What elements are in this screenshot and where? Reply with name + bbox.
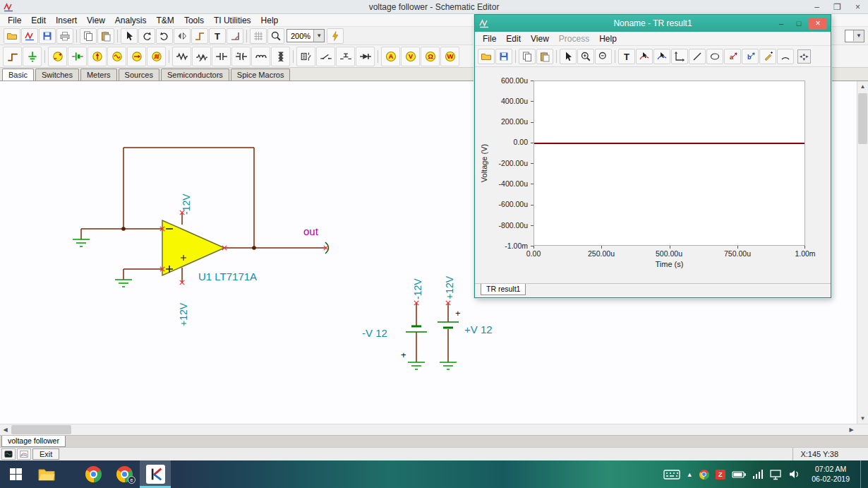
vertical-scroll-thumb[interactable] xyxy=(858,93,867,144)
spin-left-icon[interactable]: ◂ xyxy=(800,54,802,59)
mirror-icon[interactable] xyxy=(174,28,191,44)
horizontal-scroll-thumb[interactable] xyxy=(11,425,71,434)
exit-button[interactable]: Exit xyxy=(32,448,59,460)
menu-ti-utilities[interactable]: TI Utilities xyxy=(209,15,256,26)
volume-icon[interactable] xyxy=(788,469,801,480)
tab-switches[interactable]: Switches xyxy=(35,69,79,81)
voltage-source-icon[interactable] xyxy=(48,47,67,66)
menu-edit[interactable]: Edit xyxy=(501,33,526,44)
label-neg-rail[interactable]: -12V xyxy=(181,194,192,215)
close-icon[interactable]: × xyxy=(848,0,868,13)
scroll-down-icon[interactable]: ▼ xyxy=(857,413,868,424)
menu-insert[interactable]: Insert xyxy=(51,15,82,26)
label-vneg-name[interactable]: -V 12 xyxy=(362,327,387,339)
relay-icon[interactable] xyxy=(296,47,315,66)
current-generator-icon[interactable] xyxy=(127,47,146,66)
keyboard-icon[interactable] xyxy=(663,468,680,480)
chrome-button[interactable] xyxy=(78,460,109,488)
marker-b-icon[interactable]: b xyxy=(742,49,759,64)
horizontal-scrollbar[interactable]: ◀ ▶ xyxy=(0,424,868,435)
potentiometer-icon[interactable] xyxy=(192,47,211,66)
tab-semiconductors[interactable]: Semiconductors xyxy=(161,69,229,81)
label-vpos-rail[interactable]: +12V xyxy=(444,275,455,299)
signal-source-icon[interactable] xyxy=(147,47,166,66)
ammeter-icon[interactable]: A xyxy=(381,47,400,66)
battery-icon[interactable] xyxy=(732,470,747,480)
menu-help[interactable]: Help xyxy=(594,33,622,44)
open-icon[interactable] xyxy=(4,28,20,44)
tr-result-window[interactable]: Noname - TR result1 – □ × File Edit View… xyxy=(474,14,831,298)
menu-analysis[interactable]: Analysis xyxy=(110,15,152,26)
show-hidden-icons[interactable]: ▲ xyxy=(687,471,693,478)
voltmeter-icon[interactable]: V xyxy=(401,47,420,66)
result-titlebar[interactable]: Noname - TR result1 – □ × xyxy=(475,15,831,32)
network-signal-icon[interactable] xyxy=(753,470,764,479)
resistor-icon[interactable] xyxy=(172,47,191,66)
minimize-icon[interactable]: – xyxy=(807,0,827,13)
tab-basic[interactable]: Basic xyxy=(2,69,34,81)
scroll-left-icon[interactable]: ◀ xyxy=(0,424,11,435)
diode-icon[interactable] xyxy=(356,47,375,66)
chrome-profile-button[interactable]: e xyxy=(109,460,140,488)
chrome-tray-icon[interactable] xyxy=(699,470,709,480)
tina-app-button[interactable] xyxy=(140,460,171,488)
battery-vpos[interactable] xyxy=(438,322,459,328)
taskbar-clock[interactable]: 07:02 AM 06-02-2019 xyxy=(807,465,854,484)
spin-down-icon[interactable]: ▾ xyxy=(803,56,806,61)
wire-tool-icon[interactable] xyxy=(191,28,208,44)
arc-icon[interactable] xyxy=(777,49,794,64)
menu-process[interactable]: Process xyxy=(554,33,594,44)
menu-tm[interactable]: T&M xyxy=(152,15,179,26)
wire-icon[interactable] xyxy=(3,47,22,66)
spin-up-icon[interactable]: ▴ xyxy=(803,52,806,56)
switch-icon[interactable] xyxy=(316,47,335,66)
paste-icon[interactable] xyxy=(536,49,553,64)
select-cursor-icon[interactable] xyxy=(121,28,138,44)
vertical-scrollbar[interactable]: ▲ ▼ xyxy=(857,81,868,424)
transformer-icon[interactable] xyxy=(271,47,290,66)
ground-icon[interactable] xyxy=(23,47,42,66)
analysis-curves-icon[interactable] xyxy=(17,448,31,460)
tab-tr-result1[interactable]: TR result1 xyxy=(481,284,526,295)
zoom-in-icon[interactable] xyxy=(577,49,594,64)
wattmeter-icon[interactable]: W xyxy=(440,47,459,66)
label-opamp-ref[interactable]: U1 LT7171A xyxy=(198,270,257,282)
marker-a-icon[interactable]: a xyxy=(724,49,741,64)
interactive-mode-icon[interactable] xyxy=(327,28,344,44)
maximize-icon[interactable]: □ xyxy=(791,18,807,29)
minimize-icon[interactable]: – xyxy=(773,18,789,29)
battery-vneg[interactable] xyxy=(406,326,427,332)
zoom-select[interactable]: 200%▼ xyxy=(287,29,325,42)
open-icon[interactable] xyxy=(478,49,495,64)
angle-tool-icon[interactable] xyxy=(227,28,243,44)
oscilloscope-icon[interactable] xyxy=(1,448,16,460)
menu-view[interactable]: View xyxy=(82,15,110,26)
label-out[interactable]: out xyxy=(303,225,319,237)
paste-icon[interactable] xyxy=(97,28,114,44)
inductor-icon[interactable] xyxy=(251,47,270,66)
mode-dropdown[interactable]: ▼ xyxy=(845,30,864,42)
push-button-icon[interactable] xyxy=(336,47,355,66)
copy-icon[interactable] xyxy=(519,49,536,64)
save-icon[interactable] xyxy=(39,28,56,44)
spin-right-icon[interactable]: ▸ xyxy=(806,54,809,59)
menu-edit[interactable]: Edit xyxy=(26,15,51,26)
chevron-down-icon[interactable]: ▼ xyxy=(313,30,324,42)
page-spinner[interactable]: ◂▴▾▸ xyxy=(797,49,811,64)
save-icon[interactable] xyxy=(495,49,512,64)
copy-icon[interactable] xyxy=(80,28,97,44)
menu-tools[interactable]: Tools xyxy=(179,15,209,26)
zoom-out-icon[interactable] xyxy=(595,49,612,64)
voltage-generator-icon[interactable] xyxy=(107,47,126,66)
curve-cursor-b-icon[interactable] xyxy=(653,49,670,64)
start-button[interactable] xyxy=(0,460,31,488)
ellipse-icon[interactable] xyxy=(706,49,723,64)
close-icon[interactable]: × xyxy=(809,18,827,30)
opamp[interactable] xyxy=(162,220,224,275)
z-app-icon[interactable]: Z xyxy=(716,470,725,480)
print-icon[interactable] xyxy=(56,28,73,44)
tab-spice-macros[interactable]: Spice Macros xyxy=(231,69,291,81)
chevron-down-icon[interactable]: ▼ xyxy=(853,30,864,41)
label-vpos-name[interactable]: +V 12 xyxy=(464,323,493,335)
line-icon[interactable] xyxy=(689,49,706,64)
